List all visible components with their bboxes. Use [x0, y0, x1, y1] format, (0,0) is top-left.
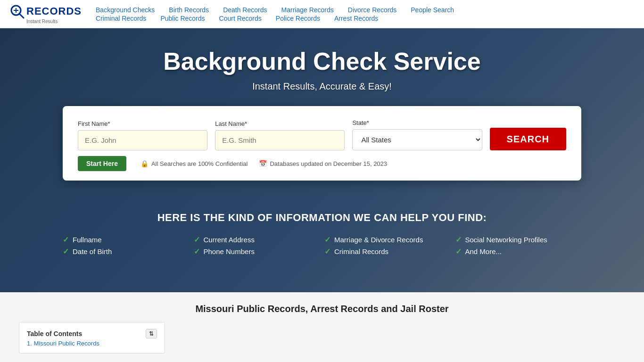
nav-marriage-records[interactable]: Marriage Records [281, 6, 334, 14]
feature-fullname: ✓ Fullname [63, 235, 189, 244]
nav-death-records[interactable]: Death Records [223, 6, 267, 14]
hero-subtitle: Instant Results, Accurate & Easy! [252, 81, 392, 92]
feature-dob: ✓ Date of Birth [63, 247, 189, 256]
check-icon-1: ✓ [63, 235, 69, 244]
nav-divorce-records[interactable]: Divorce Records [348, 6, 396, 14]
feature-label-1: Fullname [73, 236, 102, 244]
logo-text: RECORDS [26, 5, 82, 17]
db-update-text: Databases updated on December 15, 2023 [270, 160, 387, 167]
feature-more: ✓ And More... [455, 247, 582, 256]
nav-background-checks[interactable]: Background Checks [96, 6, 155, 14]
state-group: State* All StatesAlabamaAlaskaArizonaArk… [352, 119, 482, 150]
calendar-icon: 📅 [259, 160, 267, 167]
search-button[interactable]: SEARCH [490, 128, 566, 150]
feature-criminal: ✓ Criminal Records [324, 247, 451, 256]
check-icon-3: ✓ [324, 235, 330, 244]
form-info: 🔒 All Searches are 100% Confidential 📅 D… [140, 160, 387, 167]
form-footer: Start Here 🔒 All Searches are 100% Confi… [78, 156, 566, 171]
hero-title: Background Check Service [163, 47, 480, 75]
check-icon-5: ✓ [63, 247, 69, 256]
feature-label-3: Marriage & Divorce Records [334, 236, 423, 244]
feature-address: ✓ Current Address [194, 235, 320, 244]
state-select[interactable]: All StatesAlabamaAlaskaArizonaArkansasCa… [352, 129, 482, 150]
main-nav: Background Checks Birth Records Death Re… [96, 6, 635, 22]
check-icon-2: ✓ [194, 235, 200, 244]
svg-line-1 [19, 14, 24, 18]
toc-box: Table of Contents ⇅ 1. Missouri Public R… [19, 322, 165, 354]
first-name-group: First Name* [78, 120, 207, 150]
feature-marriage: ✓ Marriage & Divorce Records [324, 235, 451, 244]
nav-public-records[interactable]: Public Records [160, 15, 205, 22]
confidential-text: All Searches are 100% Confidential [151, 160, 248, 167]
check-icon-8: ✓ [455, 247, 462, 256]
logo-icon [9, 4, 25, 19]
logo-subtitle: Instant Results [26, 19, 58, 24]
start-here-button[interactable]: Start Here [78, 156, 126, 171]
toc-header: Table of Contents ⇅ [27, 329, 157, 338]
last-name-group: Last Name* [215, 120, 345, 150]
nav-row-1: Background Checks Birth Records Death Re… [96, 6, 635, 14]
toc-item-1[interactable]: 1. Missouri Public Records [27, 338, 157, 348]
nav-row-2: Criminal Records Public Records Court Re… [96, 15, 635, 22]
nav-people-search[interactable]: People Search [411, 6, 454, 14]
bottom-section: Missouri Public Records, Arrest Records … [0, 292, 644, 362]
feature-label-5: Date of Birth [73, 247, 112, 255]
info-section: HERE IS THE KIND OF INFORMATION WE CAN H… [9, 195, 635, 270]
db-update-info: 📅 Databases updated on December 15, 2023 [259, 160, 387, 167]
search-box: First Name* Last Name* State* All States… [63, 106, 581, 181]
form-row: First Name* Last Name* State* All States… [78, 119, 566, 150]
nav-criminal-records[interactable]: Criminal Records [96, 15, 146, 22]
last-name-input[interactable] [215, 130, 345, 150]
nav-police-records[interactable]: Police Records [276, 15, 320, 22]
feature-phone: ✓ Phone Numbers [194, 247, 320, 256]
info-heading: HERE IS THE KIND OF INFORMATION WE CAN H… [28, 212, 616, 224]
feature-label-2: Current Address [204, 236, 255, 244]
last-name-label: Last Name* [215, 120, 345, 127]
check-icon-7: ✓ [324, 247, 330, 256]
check-icon-6: ✓ [194, 247, 200, 256]
first-name-label: First Name* [78, 120, 207, 127]
nav-arrest-records[interactable]: Arrest Records [334, 15, 378, 22]
lock-icon: 🔒 [140, 160, 149, 167]
check-icon-4: ✓ [455, 235, 462, 244]
nav-court-records[interactable]: Court Records [219, 15, 262, 22]
nav-birth-records[interactable]: Birth Records [169, 6, 209, 14]
hero-section: Background Check Service Instant Results… [0, 28, 644, 292]
toc-title: Table of Contents [27, 330, 82, 337]
toc-toggle-button[interactable]: ⇅ [146, 329, 157, 338]
site-header: RECORDS Instant Results Background Check… [0, 0, 644, 28]
site-logo: RECORDS Instant Results [9, 4, 82, 24]
confidential-info: 🔒 All Searches are 100% Confidential [140, 160, 248, 167]
feature-label-7: Criminal Records [334, 247, 388, 255]
feature-social: ✓ Social Networking Profiles [455, 235, 582, 244]
info-grid: ✓ Fullname ✓ Current Address ✓ Marriage … [63, 235, 581, 256]
feature-label-6: Phone Numbers [204, 247, 255, 255]
state-label: State* [352, 119, 482, 126]
feature-label-4: Social Networking Profiles [465, 236, 547, 244]
first-name-input[interactable] [78, 130, 207, 150]
page-title: Missouri Public Records, Arrest Records … [19, 304, 625, 314]
feature-label-8: And More... [465, 247, 502, 255]
